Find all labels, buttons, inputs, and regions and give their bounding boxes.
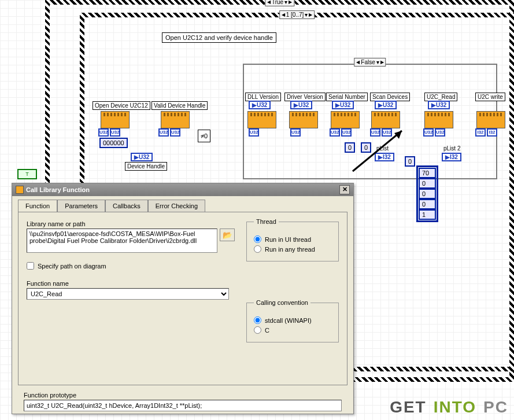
tab-panel-function: Library name or path \\pu2insvfp01\aeros… [18, 212, 347, 385]
indicator-i32[interactable]: ▶I32 [442, 153, 461, 161]
clf-node-u2c-read[interactable] [424, 111, 453, 128]
node-label-serial-number: Serial Number [326, 93, 368, 101]
not-equal-node[interactable]: ≠0 [198, 130, 210, 142]
terminal: I32 [475, 128, 486, 137]
dialog-tabs: Function Parameters Callbacks Error Chec… [12, 196, 353, 212]
case-selector-small[interactable]: ◀ False ▾ ▶ [354, 58, 386, 67]
case-right-arrow-icon[interactable]: ▶ [289, 0, 292, 5]
close-button[interactable]: ✕ [339, 185, 350, 194]
thread-groupbox: Thread Run in UI thread Run in any threa… [246, 218, 339, 261]
thread-any-label: Run in any thread [265, 246, 315, 253]
dropdown-icon[interactable]: ▾ [305, 12, 308, 18]
indicator-u32[interactable]: ▶U32 [131, 153, 153, 161]
cc-legend: Calling convention [254, 299, 310, 306]
block-diagram-canvas[interactable]: ◀ True ▾ ▶ ◀ 1 [0..7] ▾ ▶ Open U2C12 and… [0, 0, 514, 420]
watermark-text: PC [483, 398, 508, 417]
indicator-u32[interactable]: ▶U32 [375, 101, 397, 109]
clf-node-u2c-write[interactable] [476, 111, 505, 128]
terminal: U32 [370, 128, 380, 137]
clf-node-serial-number[interactable] [331, 111, 360, 128]
array-cell: 1 [419, 209, 436, 220]
case-left-arrow-icon[interactable]: ◀ [267, 0, 271, 5]
tab-parameters[interactable]: Parameters [57, 200, 105, 212]
terminal: U32 [170, 128, 180, 137]
thread-ui-radio[interactable] [254, 235, 261, 243]
cc-stdcall-radio[interactable] [254, 316, 261, 324]
indicator-u32[interactable]: ▶U32 [428, 101, 450, 109]
clf-node-driver-version[interactable] [289, 111, 318, 128]
device-handle-label: Device Handle [125, 162, 167, 171]
case-selector-outer[interactable]: ◀ True ▾ ▶ [265, 0, 294, 6]
case-structure-small[interactable]: ◀ False ▾ ▶ [243, 64, 497, 179]
clf-node-scan-devices[interactable] [371, 111, 400, 128]
array-cell: 0 [419, 178, 436, 189]
terminal: U32 [158, 128, 169, 137]
dialog-icon [16, 186, 24, 194]
terminal: U32 [382, 128, 392, 137]
folder-icon: 📂 [223, 231, 232, 240]
node-label-valid-handle: Valid Device Handle [151, 101, 208, 110]
numeric-indicator[interactable]: 0 [405, 156, 415, 167]
thread-any-radio[interactable] [254, 245, 261, 253]
case-left-arrow-icon[interactable]: ◀ [282, 12, 285, 17]
tab-callbacks[interactable]: Callbacks [105, 200, 148, 212]
node-label-u2c-read: U2C_Read [424, 93, 457, 101]
terminal: U32 [435, 128, 445, 137]
numeric-indicator[interactable]: 0 [345, 142, 355, 153]
node-label-u2c-write: U2C write [475, 93, 505, 101]
comment-label: Open U2C12 and verify device handle [162, 32, 276, 43]
case-selector-inner[interactable]: ◀ 1 [0..7] ▾ ▶ [279, 10, 315, 19]
terminal: I32 [487, 128, 497, 137]
calling-convention-groupbox: Calling convention stdcall (WINAPI) C [246, 299, 339, 342]
cc-stdcall-label: stdcall (WINAPI) [265, 317, 312, 324]
clf-node-valid-handle[interactable] [161, 111, 190, 128]
plist2-label: pList 2 [442, 145, 462, 152]
watermark: GET INTO PC [390, 398, 508, 417]
call-library-function-dialog[interactable]: Call Library Function ✕ Function Paramet… [12, 183, 354, 414]
tab-function[interactable]: Function [18, 200, 57, 212]
case-right-arrow-icon[interactable]: ▶ [309, 12, 312, 17]
plist-label: pList [375, 145, 390, 152]
terminal: U32 [110, 128, 120, 137]
array-indicator[interactable]: 70 0 0 0 1 [416, 165, 438, 222]
dropdown-icon[interactable]: ▾ [284, 0, 287, 5]
indicator-u32[interactable]: ▶U32 [290, 101, 312, 109]
clf-node-dll-version[interactable] [247, 111, 276, 128]
watermark-text: INTO [434, 398, 476, 417]
array-cell: 70 [419, 168, 436, 178]
terminal: U32 [290, 128, 301, 137]
case-selector-outer-label: True [272, 0, 283, 5]
terminal: U32 [341, 128, 352, 137]
node-label-open-device: Open Device U2C12 [93, 101, 150, 110]
library-path-input[interactable]: \\pu2insvfp01\aerospace-fsd\COSTA_MESA\W… [27, 229, 217, 253]
terminal: U32 [423, 128, 434, 137]
watermark-text: GET [390, 398, 427, 417]
case-left-arrow-icon[interactable]: ◀ [356, 60, 360, 65]
terminal: U32 [98, 128, 109, 137]
close-icon: ✕ [342, 186, 347, 193]
boolean-constant[interactable]: T [17, 169, 37, 179]
node-label-scan-devices: Scan Devices [370, 93, 410, 101]
terminal: U32 [330, 128, 340, 137]
indicator-u32[interactable]: ▶U32 [332, 101, 354, 109]
clf-node-open-device[interactable] [101, 111, 130, 128]
dropdown-icon[interactable]: ▾ [376, 59, 379, 65]
case-selector-small-label: False [361, 59, 375, 65]
dialog-title: Call Library Function [26, 186, 90, 193]
numeric-indicator[interactable]: 0 [361, 142, 371, 153]
node-label-driver-version: Driver Version [284, 93, 326, 101]
indicator-i32[interactable]: ▶I32 [375, 153, 394, 161]
browse-button[interactable]: 📂 [220, 229, 235, 241]
case-selector-inner-label: 1 [0..7] [286, 12, 304, 18]
constant-value[interactable]: 000000 [99, 138, 128, 148]
node-label-dll-version: DLL Version [245, 93, 281, 101]
dialog-titlebar[interactable]: Call Library Function ✕ [12, 183, 353, 196]
tab-error-checking[interactable]: Error Checking [148, 200, 205, 212]
cc-c-label: C [265, 327, 269, 334]
case-right-arrow-icon[interactable]: ▶ [380, 60, 384, 65]
indicator-u32[interactable]: ▶U32 [249, 101, 271, 109]
function-name-select[interactable]: U2C_Read [27, 288, 229, 300]
specify-path-checkbox[interactable] [27, 262, 34, 270]
array-cell: 0 [419, 189, 436, 199]
cc-c-radio[interactable] [254, 326, 261, 334]
